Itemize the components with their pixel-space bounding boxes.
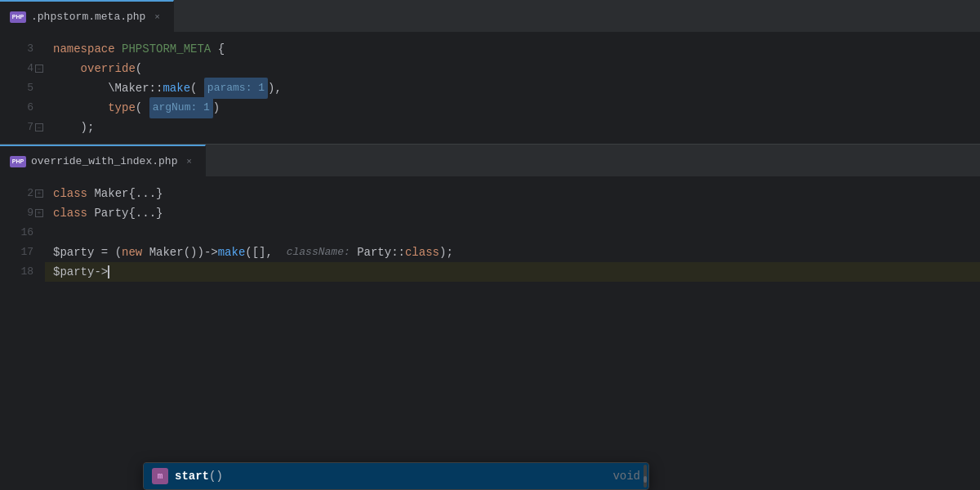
fold-icon-4[interactable]: – [35,65,43,73]
code-line-4: override ( [45,59,980,78]
line-num-18: 18 [0,262,45,282]
line-num-17: 17 [0,243,45,262]
bottom-tab-bar: PHP override_with_index.php × [0,145,980,177]
text-cursor [108,265,109,278]
autocomplete-scrollbar-thumb [644,476,647,483]
code-line-3: namespace PHPSTORM_META { [45,39,980,59]
fold-icon-9[interactable]: + [35,209,43,217]
line-num-3: 3 [0,39,45,59]
code-line-9: class Party {...} [45,203,980,223]
tab2-close[interactable]: × [182,155,195,168]
code-line-6: type( argNum: 1) [45,98,980,118]
code-line-7: ); [45,118,980,137]
line-num-5: 5 [0,78,45,98]
kw-namespace: namespace [53,39,115,59]
ac-item-name: start [175,470,209,483]
ac-item-params: () [209,470,223,483]
line-num-9: 9 + [0,203,45,223]
fold-icon-2[interactable]: + [35,189,43,198]
line-num-6: 6 [0,98,45,118]
line-num-16: 16 [0,223,45,243]
autocomplete-scrollbar[interactable] [644,465,647,488]
tab2-filename: override_with_index.php [31,155,177,167]
ac-item-type: void [612,470,640,483]
top-code-area: 3 4 – 5 6 7 – nam [0,33,980,144]
bottom-code-area: 2 + 9 + 16 17 18 [0,177,980,490]
tab1-close[interactable]: × [150,11,163,24]
autocomplete-item-start[interactable]: m start() void [144,463,648,489]
tab-phpstorm-meta[interactable]: PHP .phpstorm.meta.php × [0,0,174,33]
code-line-16 [45,223,980,243]
tab-override-with-index[interactable]: PHP override_with_index.php × [0,145,206,177]
tab1-filename: .phpstorm.meta.php [31,11,145,23]
autocomplete-dropdown[interactable]: m start() void [143,462,649,490]
code-line-5: \Maker::make( params: 1), [45,78,980,98]
top-code-lines: namespace PHPSTORM_META { override ( \Ma… [45,33,980,144]
line-num-4: 4 – [0,59,45,78]
bottom-editor-panel: PHP override_with_index.php × 2 + 9 + 16 [0,145,980,490]
php-icon-1: PHP [10,11,26,23]
fold-icon-7[interactable]: – [35,123,43,131]
line-num-7: 7 – [0,118,45,137]
code-line-2: class Maker {...} [45,184,980,203]
ac-item-label: start() [175,470,606,483]
bottom-line-numbers: 2 + 9 + 16 17 18 [0,177,45,490]
top-editor-panel: PHP .phpstorm.meta.php × 3 4 – 5 6 [0,0,980,145]
top-tab-bar: PHP .phpstorm.meta.php × [0,0,980,33]
php-icon-2: PHP [10,156,26,167]
top-line-numbers: 3 4 – 5 6 7 – [0,33,45,144]
code-line-17: $party = ( new Maker ())-> make ([], cla… [45,243,980,262]
bottom-code-lines: class Maker {...} class Party {...} [45,177,980,490]
method-icon: m [152,468,168,484]
line-num-2: 2 + [0,184,45,203]
editor-container: PHP .phpstorm.meta.php × 3 4 – 5 6 [0,0,980,490]
code-line-18: $party-> [45,262,980,282]
